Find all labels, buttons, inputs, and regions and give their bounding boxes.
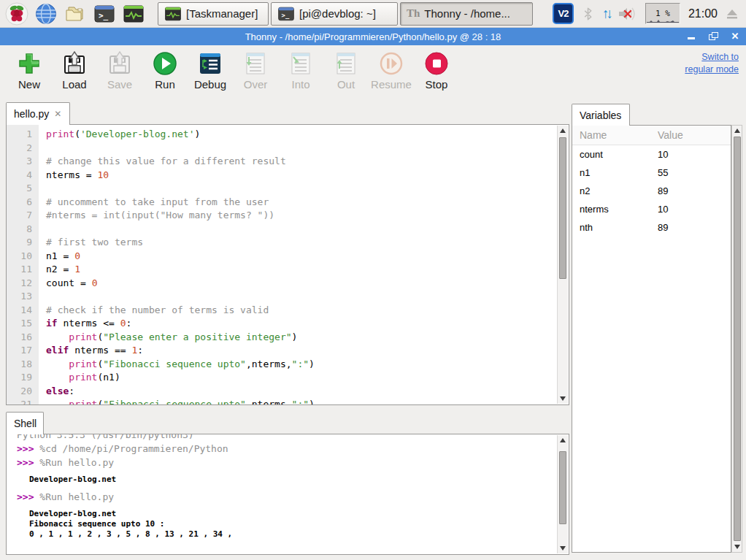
variable-row[interactable]: count10 [572, 145, 731, 164]
variables-header: Name Value [572, 126, 731, 145]
load-button-label: Load [62, 78, 86, 91]
code-line[interactable]: 1print('Developer-blog.net') [7, 128, 557, 142]
scroll-down-arrow[interactable] [558, 394, 568, 404]
taskbar-button-taskmanager[interactable]: [Taskmanager] [158, 2, 269, 26]
code-line[interactable]: 15if nterms <= 0: [7, 317, 557, 331]
code-line[interactable]: 5 [7, 182, 557, 196]
line-number: 12 [7, 277, 39, 291]
shell-output[interactable]: Python 3.5.3 (/usr/bin/python3)>>> %cd /… [7, 434, 557, 540]
code-line[interactable]: 19 print(n1) [7, 371, 557, 385]
tab-hello-py[interactable]: hello.py ✕ [6, 102, 70, 125]
code-text: print("Fibonacci sequence upto",nterms,"… [39, 358, 315, 372]
variable-row[interactable]: nterms10 [572, 200, 731, 218]
code-line[interactable]: 16 print("Please enter a positive intege… [7, 331, 557, 345]
step-into-button: Into [283, 51, 318, 91]
line-number: 10 [7, 250, 39, 264]
code-line[interactable]: 20else: [7, 385, 557, 399]
code-line[interactable]: 2 [7, 142, 557, 156]
code-line[interactable]: 13 [7, 290, 557, 304]
variable-row[interactable]: n155 [572, 164, 731, 182]
taskbar-button-thonny[interactable]: Th Thonny - /home... [400, 2, 533, 26]
terminal-icon[interactable]: >_ [92, 1, 117, 26]
vnc-icon[interactable]: V2 [553, 3, 574, 24]
code-line[interactable]: 21 print("Fibonacci sequence upto",nterm… [7, 398, 557, 404]
line-number: 14 [7, 304, 39, 318]
cpu-monitor[interactable]: 1 % [645, 3, 680, 24]
minimize-button[interactable] [686, 31, 696, 42]
step-over-button-label: Over [244, 78, 268, 91]
code-text: n1 = 0 [39, 250, 80, 264]
code-text: # first two terms [39, 236, 143, 250]
line-number: 6 [7, 196, 39, 210]
code-text: print(n1) [39, 371, 120, 385]
code-area[interactable]: 1print('Developer-blog.net')23# change t… [7, 125, 557, 404]
eject-icon[interactable] [726, 7, 739, 20]
variable-name: nth [572, 222, 658, 233]
volume-muted-icon[interactable] [618, 6, 637, 22]
tab-variables[interactable]: Variables [572, 104, 630, 126]
bluetooth-icon[interactable] [582, 6, 594, 22]
code-line[interactable]: 4nterms = 10 [7, 169, 557, 183]
tab-shell[interactable]: Shell [6, 412, 44, 434]
code-line[interactable]: 10n1 = 0 [7, 250, 557, 264]
resume-icon [379, 51, 404, 76]
code-line[interactable]: 17elif nterms == 1: [7, 344, 557, 358]
variable-name: count [572, 149, 658, 160]
task-monitor-icon[interactable] [121, 1, 146, 26]
maximize-button[interactable] [708, 31, 718, 42]
network-arrows-icon[interactable]: ↑↓ [602, 7, 610, 20]
code-line[interactable]: 3# change this value for a different res… [7, 155, 557, 169]
code-line[interactable]: 12count = 0 [7, 277, 557, 291]
shell-panel[interactable]: Python 3.5.3 (/usr/bin/python3)>>> %cd /… [6, 434, 569, 555]
editor-scrollbar-thumb[interactable] [559, 137, 566, 279]
tab-close-icon[interactable]: ✕ [54, 109, 61, 119]
code-line[interactable]: 11n2 = 1 [7, 263, 557, 277]
taskbar-button-terminal[interactable]: >_ [pi@devblog: ~] [271, 2, 398, 26]
clock[interactable]: 21:00 [688, 7, 718, 20]
new-icon [17, 51, 42, 76]
scroll-down-arrow[interactable] [732, 542, 742, 552]
debug-button[interactable]: Debug [193, 51, 228, 91]
close-button[interactable]: ✕ [730, 31, 740, 42]
switch-to-regular-mode-link[interactable]: Switch to regular mode [676, 51, 739, 76]
line-number: 2 [7, 142, 39, 156]
load-button[interactable]: Load [57, 51, 92, 91]
scroll-up-arrow[interactable] [558, 435, 568, 445]
code-line[interactable]: 14# check if the number of terms is vali… [7, 304, 557, 318]
variables-panel[interactable]: Name Value count10n155n289nterms10nth89 [572, 125, 731, 553]
code-line[interactable]: 9# first two terms [7, 236, 557, 250]
scroll-down-arrow[interactable] [558, 543, 568, 553]
variables-scrollbar-thumb[interactable] [734, 137, 741, 541]
code-text: # check if the number of terms is valid [39, 304, 269, 318]
variables-scrollbar[interactable] [731, 125, 742, 553]
raspberry-menu-icon[interactable] [4, 1, 29, 26]
variable-row[interactable]: n289 [572, 182, 731, 200]
new-button[interactable]: New [12, 51, 47, 91]
variable-row[interactable]: nth89 [572, 218, 731, 237]
variable-value: 10 [658, 149, 668, 160]
code-line[interactable]: 7#nterms = int(input("How many terms? ")… [7, 209, 557, 223]
toolbar: New Load Save [0, 45, 746, 102]
shell-gap [17, 504, 557, 509]
stop-button[interactable]: Stop [419, 51, 454, 91]
line-number: 9 [7, 236, 39, 250]
shell-gap [17, 469, 557, 475]
shell-line: Fibonacci sequence upto 10 : [17, 519, 557, 529]
shell-scrollbar-thumb[interactable] [559, 451, 566, 524]
variables-rows: count10n155n289nterms10nth89 [572, 145, 731, 237]
editor-scrollbar[interactable] [557, 126, 568, 404]
titlebar[interactable]: Thonny - /home/pi/Programmieren/Python/h… [0, 28, 746, 45]
web-browser-icon[interactable] [34, 1, 58, 26]
scroll-up-arrow[interactable] [558, 126, 568, 136]
code-line[interactable]: 6# uncomment to take input from the user [7, 196, 557, 210]
run-button[interactable]: Run [147, 51, 182, 91]
desktop: >_ [Taskmanager] [0, 0, 746, 560]
code-text [39, 182, 46, 196]
code-line[interactable]: 18 print("Fibonacci sequence upto",nterm… [7, 358, 557, 372]
scroll-up-arrow[interactable] [732, 126, 742, 136]
code-editor[interactable]: 1print('Developer-blog.net')23# change t… [6, 124, 569, 405]
code-line[interactable]: 8 [7, 223, 557, 237]
debug-icon [198, 51, 223, 76]
file-manager-icon[interactable] [63, 1, 88, 26]
shell-scrollbar[interactable] [557, 435, 568, 553]
